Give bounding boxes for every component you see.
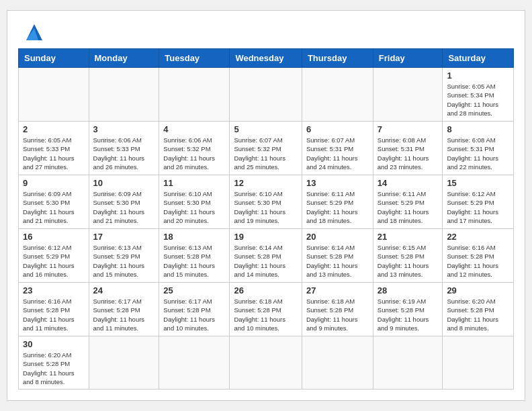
calendar-cell: 16Sunrise: 6:12 AM Sunset: 5:29 PM Dayli… <box>19 228 89 282</box>
calendar-cell <box>89 67 159 121</box>
calendar-cell: 4Sunrise: 6:06 AM Sunset: 5:32 PM Daylig… <box>159 121 230 175</box>
day-number: 21 <box>378 232 439 242</box>
day-info: Sunrise: 6:19 AM Sunset: 5:28 PM Dayligh… <box>378 297 439 332</box>
day-info: Sunrise: 6:17 AM Sunset: 5:28 PM Dayligh… <box>163 297 225 332</box>
day-number: 14 <box>378 178 439 188</box>
day-info: Sunrise: 6:12 AM Sunset: 5:29 PM Dayligh… <box>447 189 509 225</box>
calendar-cell: 21Sunrise: 6:15 AM Sunset: 5:28 PM Dayli… <box>373 228 443 282</box>
calendar-cell: 20Sunrise: 6:14 AM Sunset: 5:28 PM Dayli… <box>302 228 373 282</box>
day-info: Sunrise: 6:09 AM Sunset: 5:30 PM Dayligh… <box>93 189 155 225</box>
day-info: Sunrise: 6:09 AM Sunset: 5:30 PM Dayligh… <box>23 189 85 225</box>
calendar-cell <box>159 67 230 121</box>
day-number: 29 <box>447 285 509 295</box>
calendar-cell <box>302 336 373 389</box>
calendar-cell: 5Sunrise: 6:07 AM Sunset: 5:32 PM Daylig… <box>230 121 302 175</box>
day-number: 11 <box>163 178 225 188</box>
day-number: 12 <box>234 178 298 188</box>
weekday-header-sunday: Sunday <box>19 48 89 67</box>
day-number: 13 <box>306 178 369 188</box>
day-number: 6 <box>306 124 369 134</box>
calendar-cell: 7Sunrise: 6:08 AM Sunset: 5:31 PM Daylig… <box>373 121 443 175</box>
calendar-cell <box>373 336 443 389</box>
day-number: 15 <box>447 178 509 188</box>
calendar-week-row: 30Sunrise: 6:20 AM Sunset: 5:28 PM Dayli… <box>19 336 514 389</box>
day-info: Sunrise: 6:15 AM Sunset: 5:28 PM Dayligh… <box>378 243 439 279</box>
day-info: Sunrise: 6:10 AM Sunset: 5:30 PM Dayligh… <box>163 189 225 225</box>
calendar-week-row: 9Sunrise: 6:09 AM Sunset: 5:30 PM Daylig… <box>19 175 514 228</box>
day-info: Sunrise: 6:17 AM Sunset: 5:28 PM Dayligh… <box>93 297 155 332</box>
calendar-cell <box>159 336 230 389</box>
calendar-cell: 1Sunrise: 6:05 AM Sunset: 5:34 PM Daylig… <box>443 67 514 121</box>
calendar-cell: 23Sunrise: 6:16 AM Sunset: 5:28 PM Dayli… <box>19 282 89 336</box>
day-number: 18 <box>163 232 225 242</box>
day-number: 8 <box>447 124 509 134</box>
calendar-cell: 25Sunrise: 6:17 AM Sunset: 5:28 PM Dayli… <box>159 282 230 336</box>
day-number: 9 <box>23 178 85 188</box>
day-number: 10 <box>93 178 155 188</box>
day-info: Sunrise: 6:08 AM Sunset: 5:31 PM Dayligh… <box>447 136 509 171</box>
day-number: 24 <box>93 285 155 295</box>
day-number: 30 <box>23 339 85 349</box>
day-number: 4 <box>163 124 225 134</box>
day-info: Sunrise: 6:06 AM Sunset: 5:32 PM Dayligh… <box>163 136 225 171</box>
calendar-cell: 19Sunrise: 6:14 AM Sunset: 5:28 PM Dayli… <box>230 228 302 282</box>
day-info: Sunrise: 6:05 AM Sunset: 5:34 PM Dayligh… <box>447 82 509 118</box>
calendar-cell: 3Sunrise: 6:06 AM Sunset: 5:33 PM Daylig… <box>89 121 159 175</box>
day-number: 28 <box>378 285 439 295</box>
day-info: Sunrise: 6:12 AM Sunset: 5:29 PM Dayligh… <box>23 243 85 279</box>
calendar-week-row: 23Sunrise: 6:16 AM Sunset: 5:28 PM Dayli… <box>19 282 514 336</box>
day-number: 20 <box>306 232 369 242</box>
day-number: 25 <box>163 285 225 295</box>
day-info: Sunrise: 6:06 AM Sunset: 5:33 PM Dayligh… <box>93 136 155 171</box>
calendar-cell <box>89 336 159 389</box>
calendar-cell: 15Sunrise: 6:12 AM Sunset: 5:29 PM Dayli… <box>443 175 514 228</box>
calendar-cell: 26Sunrise: 6:18 AM Sunset: 5:28 PM Dayli… <box>230 282 302 336</box>
day-number: 3 <box>93 124 155 134</box>
day-info: Sunrise: 6:18 AM Sunset: 5:28 PM Dayligh… <box>234 297 298 332</box>
day-info: Sunrise: 6:20 AM Sunset: 5:28 PM Dayligh… <box>23 351 85 386</box>
day-info: Sunrise: 6:07 AM Sunset: 5:31 PM Dayligh… <box>306 136 369 171</box>
day-info: Sunrise: 6:16 AM Sunset: 5:28 PM Dayligh… <box>447 243 509 279</box>
day-info: Sunrise: 6:11 AM Sunset: 5:29 PM Dayligh… <box>306 189 369 225</box>
day-info: Sunrise: 6:05 AM Sunset: 5:33 PM Dayligh… <box>23 136 85 171</box>
calendar-week-row: 16Sunrise: 6:12 AM Sunset: 5:29 PM Dayli… <box>19 228 514 282</box>
day-info: Sunrise: 6:14 AM Sunset: 5:28 PM Dayligh… <box>234 243 298 279</box>
weekday-header-friday: Friday <box>373 48 443 67</box>
day-number: 19 <box>234 232 298 242</box>
calendar-cell: 2Sunrise: 6:05 AM Sunset: 5:33 PM Daylig… <box>19 121 89 175</box>
calendar-cell: 24Sunrise: 6:17 AM Sunset: 5:28 PM Dayli… <box>89 282 159 336</box>
calendar-cell <box>19 67 89 121</box>
day-number: 16 <box>23 232 85 242</box>
logo <box>18 21 45 40</box>
weekday-header-saturday: Saturday <box>443 48 514 67</box>
weekday-header-row: SundayMondayTuesdayWednesdayThursdayFrid… <box>19 48 514 67</box>
calendar-cell: 13Sunrise: 6:11 AM Sunset: 5:29 PM Dayli… <box>302 175 373 228</box>
day-info: Sunrise: 6:13 AM Sunset: 5:28 PM Dayligh… <box>163 243 225 279</box>
calendar-cell: 12Sunrise: 6:10 AM Sunset: 5:30 PM Dayli… <box>230 175 302 228</box>
day-number: 23 <box>23 285 85 295</box>
calendar-week-row: 1Sunrise: 6:05 AM Sunset: 5:34 PM Daylig… <box>19 67 514 121</box>
logo-icon <box>18 21 45 40</box>
weekday-header-tuesday: Tuesday <box>159 48 230 67</box>
calendar-cell <box>230 336 302 389</box>
day-info: Sunrise: 6:18 AM Sunset: 5:28 PM Dayligh… <box>306 297 369 332</box>
calendar-cell: 11Sunrise: 6:10 AM Sunset: 5:30 PM Dayli… <box>159 175 230 228</box>
logo-svg-icon <box>24 21 45 40</box>
day-info: Sunrise: 6:20 AM Sunset: 5:28 PM Dayligh… <box>447 297 509 332</box>
weekday-header-thursday: Thursday <box>302 48 373 67</box>
day-number: 1 <box>447 71 509 81</box>
day-number: 26 <box>234 285 298 295</box>
day-number: 27 <box>306 285 369 295</box>
calendar-cell: 17Sunrise: 6:13 AM Sunset: 5:29 PM Dayli… <box>89 228 159 282</box>
day-number: 17 <box>93 232 155 242</box>
calendar-cell: 9Sunrise: 6:09 AM Sunset: 5:30 PM Daylig… <box>19 175 89 228</box>
calendar-cell: 10Sunrise: 6:09 AM Sunset: 5:30 PM Dayli… <box>89 175 159 228</box>
calendar-cell: 8Sunrise: 6:08 AM Sunset: 5:31 PM Daylig… <box>443 121 514 175</box>
calendar-cell: 27Sunrise: 6:18 AM Sunset: 5:28 PM Dayli… <box>302 282 373 336</box>
day-info: Sunrise: 6:07 AM Sunset: 5:32 PM Dayligh… <box>234 136 298 171</box>
day-info: Sunrise: 6:14 AM Sunset: 5:28 PM Dayligh… <box>306 243 369 279</box>
calendar-cell <box>443 336 514 389</box>
calendar-cell <box>373 67 443 121</box>
day-number: 22 <box>447 232 509 242</box>
day-number: 5 <box>234 124 298 134</box>
